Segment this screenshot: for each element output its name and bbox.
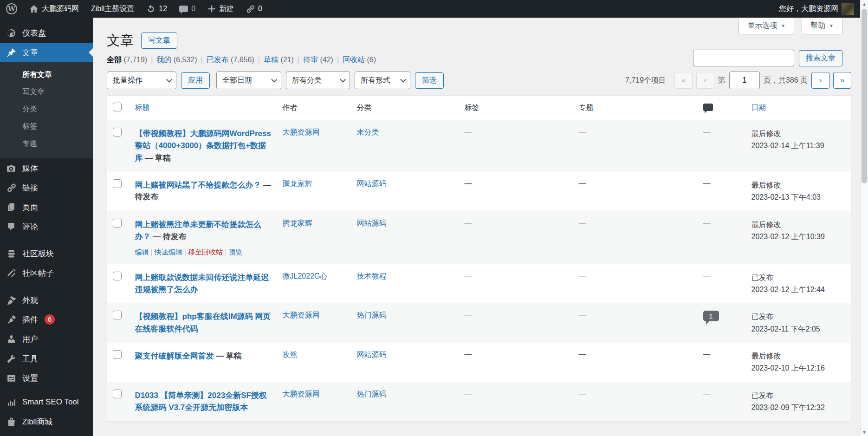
next-page-button[interactable]: › bbox=[811, 72, 829, 89]
new-content-menu[interactable]: 新建 bbox=[201, 0, 240, 18]
category-link[interactable]: 热门源码 bbox=[357, 311, 387, 319]
subset-link[interactable]: 草稿 (21) bbox=[264, 56, 294, 64]
comments-menu[interactable]: 0 bbox=[173, 0, 201, 18]
category-link[interactable]: 未分类 bbox=[357, 128, 379, 136]
quick-edit-link[interactable]: 快速编辑 bbox=[155, 248, 182, 256]
vertical-scrollbar[interactable]: ▲ ▼ bbox=[860, 0, 868, 436]
column-header-title[interactable]: 标题 bbox=[130, 96, 277, 120]
category-link[interactable]: 技术教程 bbox=[357, 272, 387, 280]
scrollbar-thumb[interactable] bbox=[862, 9, 867, 183]
subset-link[interactable]: 全部 (7,719) bbox=[107, 56, 147, 64]
format-filter-value: 所有形式 bbox=[361, 76, 390, 85]
submenu-item[interactable]: 专题 bbox=[0, 135, 93, 152]
table-header-row: 标题 作者 分类 标签 专题 日期 bbox=[107, 96, 851, 120]
category-link[interactable]: 网站源码 bbox=[357, 351, 387, 358]
sidebar-item-label: 评论 bbox=[22, 221, 38, 232]
submenu-item[interactable]: 所有文章 bbox=[0, 66, 93, 84]
author-link[interactable]: 微JL2022G心 bbox=[283, 272, 328, 280]
subset-link[interactable]: 回收站 (6) bbox=[343, 56, 376, 64]
sidebar-item-1[interactable]: 文章 bbox=[0, 43, 93, 62]
my-account-menu[interactable]: 您好，大鹏资源网 bbox=[773, 0, 854, 18]
tags-empty: — bbox=[465, 179, 472, 187]
submenu-item[interactable]: 写文章 bbox=[0, 84, 93, 101]
filter-button[interactable]: 筛选 bbox=[415, 72, 444, 89]
select-all-checkbox[interactable] bbox=[113, 103, 122, 111]
category-link[interactable]: 网站源码 bbox=[357, 219, 387, 227]
submenu-item[interactable]: 标签 bbox=[0, 118, 93, 135]
scroll-down-arrow-icon[interactable]: ▼ bbox=[861, 428, 868, 436]
updates-menu[interactable]: 12 bbox=[140, 0, 173, 18]
post-title-link[interactable]: D1033 【简单亲测】2023全新SF授权系统源码 V3.7全开源无加密版本 bbox=[135, 391, 267, 412]
format-filter-select[interactable]: 所有形式 bbox=[355, 72, 410, 89]
sidebar-item-8[interactable]: 外观 bbox=[0, 290, 93, 310]
cart-icon bbox=[6, 417, 17, 427]
column-header-date[interactable]: 日期 bbox=[746, 96, 851, 120]
post-title-link[interactable]: 网上赌被网站黑了不给提款怎么办？ bbox=[135, 181, 261, 189]
apply-button[interactable]: 应用 bbox=[181, 72, 210, 89]
bulk-action-select[interactable]: 批量操作 bbox=[107, 72, 176, 89]
search-input[interactable] bbox=[693, 50, 794, 66]
sidebar-item-9[interactable]: 插件6 bbox=[0, 310, 93, 329]
sidebar-item-10[interactable]: 用户 bbox=[0, 329, 93, 349]
sidebar-item-2[interactable]: 媒体 bbox=[0, 158, 93, 178]
author-link[interactable]: 孜然 bbox=[283, 351, 298, 358]
add-new-post-button[interactable]: 写文章 bbox=[141, 33, 177, 49]
sidebar-item-5[interactable]: 评论 bbox=[0, 217, 93, 236]
post-title-link[interactable]: 网上赌取款说数据未回传还说注单延迟违规被黑了怎么办 bbox=[135, 273, 269, 294]
author-link[interactable]: 大鹏资源网 bbox=[283, 311, 320, 319]
zibll-theme-settings-menu[interactable]: Zibll主题设置 bbox=[85, 0, 140, 18]
category-filter-select[interactable]: 所有分类 bbox=[286, 72, 350, 89]
last-page-button[interactable]: » bbox=[833, 72, 851, 89]
row-checkbox[interactable] bbox=[113, 311, 122, 319]
row-checkbox[interactable] bbox=[113, 350, 122, 359]
row-checkbox[interactable] bbox=[113, 219, 122, 228]
post-title-link[interactable]: 【视频教程】php客服在线IM源码 网页在线客服软件代码 bbox=[135, 312, 271, 333]
items-total: 7,719个项目 bbox=[625, 76, 666, 85]
row-checkbox[interactable] bbox=[113, 179, 122, 188]
table-row: 【带视频教程】大鹏源码网WordPress整站（4000+3000）条数据打包+… bbox=[107, 120, 851, 172]
preview-link[interactable]: 预览 bbox=[228, 248, 242, 256]
post-title-link[interactable]: 聚支付破解版全网首发 bbox=[135, 351, 214, 360]
date-filter-select[interactable]: 全部日期 bbox=[216, 72, 281, 89]
row-checkbox[interactable] bbox=[113, 272, 122, 280]
current-page-input[interactable] bbox=[729, 72, 760, 89]
edit-link[interactable]: 编辑 bbox=[135, 248, 149, 256]
submenu-item[interactable]: 分类 bbox=[0, 101, 93, 118]
row-checkbox[interactable] bbox=[113, 390, 122, 398]
subset-link[interactable]: 我的 (6,532) bbox=[156, 56, 197, 64]
author-link[interactable]: 大鹏资源网 bbox=[283, 128, 320, 136]
help-button[interactable]: 帮助 ▼ bbox=[802, 18, 842, 34]
sidebar-item-11[interactable]: 工具 bbox=[0, 349, 93, 368]
site-name-menu[interactable]: 大鹏源码网 bbox=[23, 0, 85, 18]
author-link[interactable]: 腾龙家辉 bbox=[283, 219, 312, 227]
sidebar-item-label: 仪表盘 bbox=[22, 28, 46, 39]
sidebar-item-3[interactable]: 链接 bbox=[0, 178, 93, 197]
subset-link[interactable]: 待审 (42) bbox=[303, 56, 333, 64]
screen-options-button[interactable]: 显示选项 ▼ bbox=[738, 18, 794, 34]
admin-sidebar: 仪表盘文章所有文章写文章分类标签专题媒体链接页面评论社区板块社区帖子外观插件6用… bbox=[0, 18, 93, 436]
author-link[interactable]: 腾龙家辉 bbox=[283, 180, 312, 188]
sidebar-item-label: 社区板块 bbox=[22, 248, 54, 259]
wp-logo-menu[interactable]: W bbox=[0, 0, 23, 18]
category-link[interactable]: 热门源码 bbox=[357, 390, 387, 398]
prev-page-button[interactable]: ‹ bbox=[696, 72, 714, 89]
scroll-up-arrow-icon[interactable]: ▲ bbox=[861, 0, 868, 8]
sidebar-item-7[interactable]: 社区帖子 bbox=[0, 263, 93, 283]
permalink-menu[interactable]: 0 bbox=[240, 0, 268, 18]
sidebar-item-0[interactable]: 仪表盘 bbox=[0, 23, 93, 43]
category-link[interactable]: 网站源码 bbox=[357, 180, 387, 188]
comment-count-bubble[interactable]: 1 bbox=[703, 311, 719, 321]
row-checkbox[interactable] bbox=[113, 128, 122, 137]
subset-link[interactable]: 已发布 (7,656) bbox=[207, 56, 254, 64]
author-link[interactable]: 大鹏资源网 bbox=[283, 390, 320, 398]
date-cell: 已发布2023-02-09 下午12:32 bbox=[751, 390, 846, 414]
search-posts-button[interactable]: 搜索文章 bbox=[799, 50, 842, 66]
first-page-button[interactable]: « bbox=[674, 72, 693, 89]
trash-link[interactable]: 移至回收站 bbox=[188, 248, 223, 256]
sidebar-item-4[interactable]: 页面 bbox=[0, 197, 93, 217]
separator: | bbox=[201, 56, 202, 64]
sidebar-item-6[interactable]: 社区板块 bbox=[0, 244, 93, 263]
sidebar-item-12[interactable]: 设置 bbox=[0, 368, 93, 388]
sidebar-item-13[interactable]: Smart SEO Tool bbox=[0, 392, 93, 412]
sidebar-item-14[interactable]: Zibll商城 bbox=[0, 412, 93, 431]
